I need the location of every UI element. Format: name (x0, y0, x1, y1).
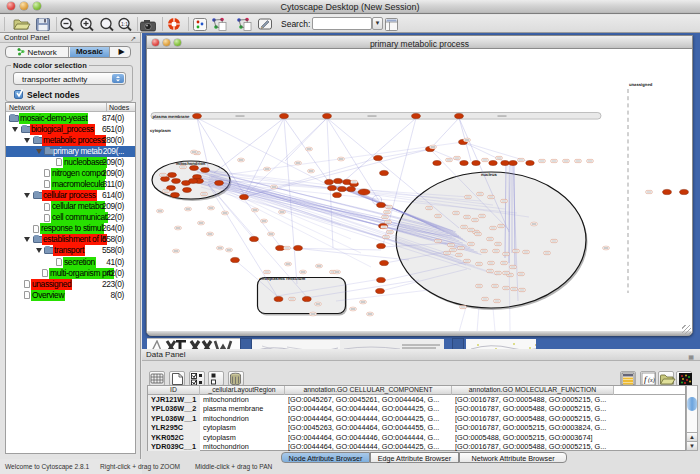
svg-text:mitochondrion: mitochondrion (176, 161, 206, 166)
svg-text:plasma membrane: plasma membrane (153, 114, 190, 119)
svg-text:cytoplasm: cytoplasm (150, 128, 171, 133)
svg-text:1:1: 1:1 (121, 21, 128, 27)
svg-text:unassigned: unassigned (629, 82, 653, 87)
svg-text:(x): (x) (648, 377, 655, 384)
